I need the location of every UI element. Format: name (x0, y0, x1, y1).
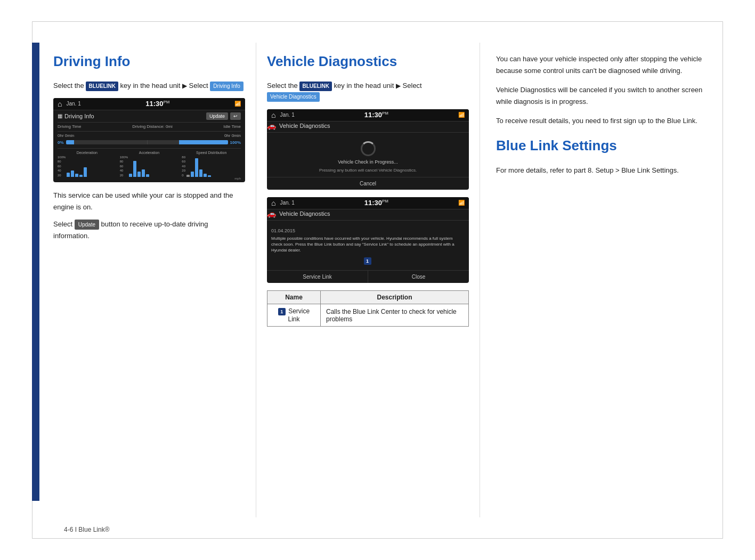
screen-header-left-1: ⌂ Jan. 1 (58, 100, 81, 108)
main-content: Driving Info Select the BLUELINK key in … (53, 43, 712, 517)
vd-cancel-button[interactable]: Cancel (267, 177, 469, 190)
driving-info-title: Driving Info (53, 53, 245, 70)
page-border-bottom (32, 538, 723, 539)
bar (208, 175, 211, 177)
vd-instruction: Select the BLUELINK key in the head unit… (267, 80, 469, 103)
arrow-icon-1: ▶ (182, 82, 187, 90)
close-btn[interactable]: Close (368, 271, 469, 283)
driving-time-values: 0hr 0min 0hr 0min (58, 131, 241, 138)
vd-time-val-2: 11:30 (364, 199, 382, 207)
dashboard-icon: ▦ (58, 113, 62, 119)
bar (79, 175, 83, 177)
driving-info-badge: Driving Info (210, 82, 243, 91)
driving-info-body1: This service can be used while your car … (53, 190, 245, 213)
vd-result-message: Multiple possible conditions have occurr… (271, 236, 465, 254)
vd-header-left-1: ⌂ Jan. 1 (271, 111, 295, 119)
spinner-area: Vehicle Check in Progress... Pressing an… (267, 137, 469, 177)
service-link-number-badge: 1 (364, 257, 371, 265)
vd-date-2: Jan. 1 (280, 200, 294, 206)
bar (186, 175, 190, 177)
vd-time-suffix-2: PM (382, 199, 388, 204)
accent-bar (32, 43, 39, 501)
progress-bar (66, 140, 228, 144)
bar (67, 173, 70, 177)
bar (146, 174, 149, 177)
right-body-4: For more details, refer to part 8. Setup… (496, 165, 707, 176)
idle-time-label: Idle Time (224, 124, 241, 129)
service-link-btn[interactable]: Service Link (267, 271, 368, 283)
home-icon-2: ⌂ (271, 111, 275, 119)
bar (195, 158, 198, 177)
bar (84, 167, 87, 177)
acceleration-chart: Acceleration 100%80604020 (120, 151, 179, 180)
vd-time-1: 11:30PM (364, 111, 388, 119)
vd-header-left-2: ⌂ Jan. 1 (271, 199, 295, 207)
vehicle-diagnostics-title: Vehicle Diagnostics (267, 53, 469, 70)
vd-result-date: 01.04.2015 (271, 228, 465, 233)
bar (191, 172, 194, 177)
right-body-3: To receive result details, you need to f… (496, 115, 707, 127)
row-number-badge: 1 (278, 308, 286, 315)
back-btn-1[interactable]: ↩ (230, 112, 241, 120)
decel-bars (67, 156, 87, 177)
arrow-icon-2: ▶ (396, 82, 401, 90)
vd-screen-1: ⌂ Jan. 1 11:30PM 📶 🚗 Vehicle Diagnostics… (267, 109, 469, 190)
vd-button-row: Service Link Close (267, 270, 469, 283)
charts-area: Deceleration 100%80604020 (58, 148, 241, 180)
bar (133, 161, 136, 177)
screen-time-1: 11:30PM (145, 100, 169, 108)
vd-nav-title-1: 🚗 Vehicle Diagnostics (267, 121, 469, 133)
spinner-icon (361, 141, 376, 156)
driving-info-body2: Select Update button to receive up-to-da… (53, 218, 245, 242)
driving-distance-label: Driving Distance: 0mi (132, 124, 173, 129)
accel-bars (129, 156, 149, 177)
signal-icon-2: 📶 (458, 112, 465, 118)
driving-stats-row: Driving Time Driving Distance: 0mi Idle … (58, 122, 241, 129)
vd-nav-label-2: Vehicle Diagnostics (279, 210, 330, 217)
right-body-1: You can have your vehicle inspected only… (496, 53, 707, 77)
speed-chart: Speed Distribution 806040200 (182, 151, 241, 180)
acceleration-label: Acceleration (120, 151, 179, 155)
bluelink-badge-2: BLUELINK (299, 82, 332, 91)
driving-time-label: Driving Time (58, 124, 81, 129)
driving-info-screen: ⌂ Jan. 1 11:30PM 📶 ▦ Driving Info Update (53, 98, 245, 182)
vd-time-suffix-1: PM (382, 111, 388, 116)
time-suffix-1: PM (163, 100, 169, 104)
home-icon-3: ⌂ (271, 199, 275, 207)
right-column: You can have your vehicle inspected only… (480, 43, 712, 517)
speed-label: Speed Distribution (182, 151, 241, 155)
driving-screen-body: ▦ Driving Info Update ↩ Driving Time Dri… (53, 110, 245, 182)
chart-axis-1: 100%80604020 (58, 156, 66, 177)
vd-badge: Vehicle Diagnostics (267, 92, 320, 102)
blue-link-settings-title: Blue Link Settings (496, 137, 707, 154)
signal-icon-1: 📶 (234, 101, 241, 107)
signal-icon-3: 📶 (458, 200, 465, 206)
progress-right-label: 100% (230, 140, 241, 145)
table-row: 1 ServiceLink Calls the Blue Link Center… (267, 304, 469, 327)
bar (199, 169, 202, 177)
service-link-number-area: 1 (271, 257, 465, 265)
mid-column: Vehicle Diagnostics Select the BLUELINK … (256, 43, 480, 517)
driving-screen-title-label: Driving Info (64, 113, 94, 119)
vd-nav-title-2: 🚗 Vehicle Diagnostics (267, 209, 469, 221)
home-icon-1: ⌂ (58, 100, 62, 108)
chart-axis-3: 806040200 (182, 156, 185, 177)
right-body-2: Vehicle Diagnostics will be canceled if … (496, 84, 707, 108)
speed-unit: mph (182, 177, 241, 180)
checking-text: Vehicle Check in Progress... (338, 159, 398, 165)
car-icon-1: 🚗 (267, 121, 276, 130)
screen-header-1: ⌂ Jan. 1 11:30PM 📶 (53, 98, 245, 110)
table-col2-header: Description (321, 291, 469, 304)
description-table: Name Description 1 ServiceLink Calls the… (267, 290, 469, 327)
driving-screen-title-row: ▦ Driving Info Update ↩ (58, 112, 241, 120)
driving-screen-title-text: ▦ Driving Info (58, 113, 94, 119)
page-border-right (722, 21, 723, 539)
progress-fill-left (66, 140, 74, 144)
bar (137, 172, 141, 177)
page-footer: 4-6 I Blue Link® (64, 526, 110, 533)
bar (204, 174, 207, 177)
deceleration-chart: Deceleration 100%80604020 (58, 151, 117, 180)
bluelink-badge-1: BLUELINK (86, 82, 118, 91)
time-value-1: 11:30 (145, 100, 163, 108)
update-btn[interactable]: Update (206, 112, 228, 120)
